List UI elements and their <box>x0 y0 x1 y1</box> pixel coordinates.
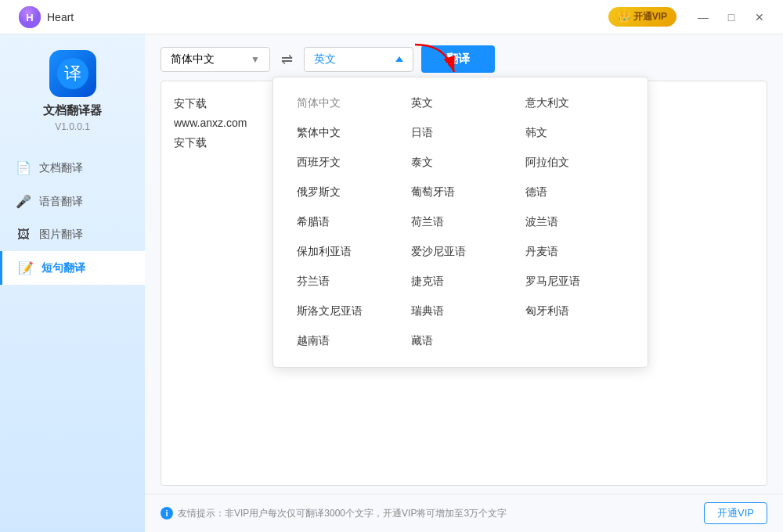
target-lang-selector[interactable]: 英文 <box>304 47 413 72</box>
lang-item-portuguese[interactable]: 葡萄牙语 <box>403 179 518 206</box>
lang-item-traditional-chinese[interactable]: 繁体中文 <box>289 120 403 146</box>
sidebar-item-image[interactable]: 🖼 图片翻译 <box>0 218 145 251</box>
sidebar-item-phrase-label: 短句翻译 <box>41 261 85 275</box>
lang-item-spanish[interactable]: 西班牙文 <box>289 149 403 176</box>
nav-menu: 📄 文档翻译 🎤 语音翻译 🖼 图片翻译 📝 短句翻译 <box>0 151 145 285</box>
lang-item-simplified-chinese[interactable]: 简体中文 <box>289 90 403 117</box>
toolbar: 简体中文 ▼ ⇌ 英文 翻译 <box>145 34 783 81</box>
lang-item-tibetan[interactable]: 藏语 <box>403 328 518 354</box>
lang-item-danish[interactable]: 丹麦语 <box>518 239 632 265</box>
tip-text: 友情提示：非VIP用户每次仅可翻译3000个文字，开通VIP将可增加至3万个文字 <box>178 507 507 520</box>
lang-item-finnish[interactable]: 芬兰语 <box>289 268 403 295</box>
crown-icon: 👑 <box>618 11 630 23</box>
lang-item-korean[interactable]: 韩文 <box>518 120 632 146</box>
target-lang-label: 英文 <box>314 52 336 66</box>
lang-item-empty <box>518 328 632 354</box>
swap-lang-button[interactable]: ⇌ <box>278 48 296 71</box>
sidebar-item-image-label: 图片翻译 <box>39 228 83 242</box>
sidebar: 译 文档翻译器 V1.0.0.1 📄 文档翻译 🎤 语音翻译 🖼 图片翻译 📝 … <box>0 34 145 532</box>
lang-item-estonian[interactable]: 爱沙尼亚语 <box>403 239 518 265</box>
app-name: 文档翻译器 <box>43 103 102 118</box>
lang-item-german[interactable]: 德语 <box>518 179 632 206</box>
titlebar: H Heart 👑 开通VIP — □ ✕ <box>0 0 783 34</box>
close-button[interactable]: ✕ <box>745 5 774 30</box>
lang-item-greek[interactable]: 希腊语 <box>289 209 403 235</box>
lang-item-thai[interactable]: 泰文 <box>403 149 518 176</box>
source-lang-label: 简体中文 <box>171 52 215 66</box>
maximize-button[interactable]: □ <box>717 5 745 30</box>
lang-item-hungarian[interactable]: 匈牙利语 <box>518 298 632 325</box>
lang-item-polish[interactable]: 波兰语 <box>518 209 632 235</box>
lang-item-swedish[interactable]: 瑞典语 <box>403 298 518 325</box>
lang-item-english[interactable]: 英文 <box>403 90 518 117</box>
lang-item-dutch[interactable]: 荷兰语 <box>403 209 518 235</box>
language-grid: 简体中文 英文 意大利文 繁体中文 日语 韩文 西班牙文 泰文 阿拉伯文 俄罗斯… <box>289 90 632 354</box>
voice-icon: 🎤 <box>16 194 31 209</box>
language-dropdown: 简体中文 英文 意大利文 繁体中文 日语 韩文 西班牙文 泰文 阿拉伯文 俄罗斯… <box>272 77 648 368</box>
lang-item-russian[interactable]: 俄罗斯文 <box>289 179 403 206</box>
sidebar-item-doc[interactable]: 📄 文档翻译 <box>0 151 145 185</box>
lang-item-italian[interactable]: 意大利文 <box>518 90 632 117</box>
lang-item-bulgarian[interactable]: 保加利亚语 <box>289 239 403 265</box>
sidebar-item-voice[interactable]: 🎤 语音翻译 <box>0 185 145 218</box>
svg-text:H: H <box>26 12 33 23</box>
lang-item-romanian[interactable]: 罗马尼亚语 <box>518 268 632 295</box>
bottom-bar: i 友情提示：非VIP用户每次仅可翻译3000个文字，开通VIP将可增加至3万个… <box>145 494 783 532</box>
lang-item-slovenian[interactable]: 斯洛文尼亚语 <box>289 298 403 325</box>
bottom-tip: i 友情提示：非VIP用户每次仅可翻译3000个文字，开通VIP将可增加至3万个… <box>161 507 507 520</box>
translate-button[interactable]: 翻译 <box>421 45 495 73</box>
open-vip-header-button[interactable]: 👑 开通VIP <box>608 7 677 27</box>
svg-text:译: 译 <box>64 63 81 83</box>
sidebar-item-phrase[interactable]: 📝 短句翻译 <box>0 251 145 285</box>
app-logo: 译 <box>49 50 96 97</box>
image-icon: 🖼 <box>16 228 31 242</box>
open-vip-bottom-button[interactable]: 开通VIP <box>704 502 767 524</box>
source-lang-selector[interactable]: 简体中文 ▼ <box>161 47 270 72</box>
app-version: V1.0.0.1 <box>55 121 90 132</box>
lang-item-arabic[interactable]: 阿拉伯文 <box>518 149 632 176</box>
target-lang-arrow-up-icon <box>395 56 403 62</box>
minimize-button[interactable]: — <box>689 5 717 30</box>
user-info: H Heart <box>9 6 74 28</box>
window-controls: — □ ✕ <box>689 5 774 30</box>
lang-item-czech[interactable]: 捷克语 <box>403 268 518 295</box>
phrase-icon: 📝 <box>18 261 34 275</box>
username-label: Heart <box>47 11 74 23</box>
avatar: H <box>19 6 41 28</box>
doc-icon: 📄 <box>16 160 31 175</box>
sidebar-item-voice-label: 语音翻译 <box>39 195 83 209</box>
lang-item-japanese[interactable]: 日语 <box>403 120 518 146</box>
lang-item-vietnamese[interactable]: 越南语 <box>289 328 403 354</box>
info-icon: i <box>161 507 173 519</box>
source-lang-dropdown-icon: ▼ <box>251 54 260 65</box>
sidebar-item-doc-label: 文档翻译 <box>39 161 83 175</box>
